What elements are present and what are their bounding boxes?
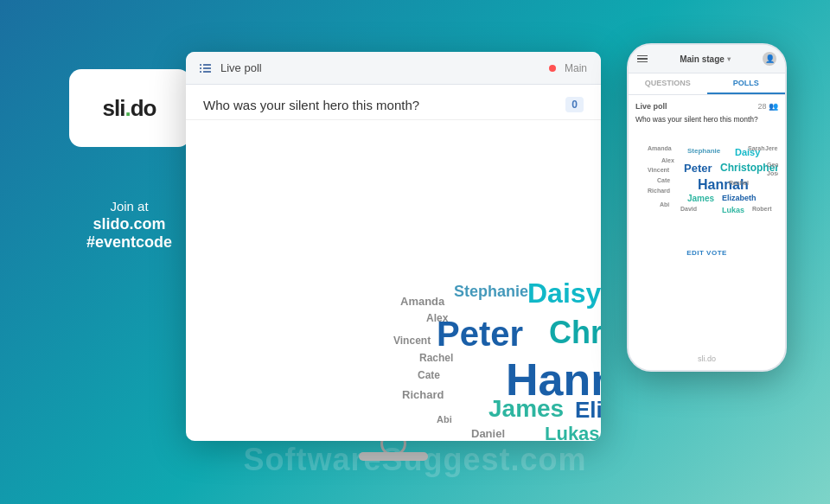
phone-word-james: James	[687, 194, 714, 203]
join-code: #eventcode	[86, 233, 172, 252]
list-icon	[200, 62, 212, 74]
stage-label-text: Main stage	[680, 54, 725, 64]
word-stephanie: Stephanie	[454, 283, 528, 301]
phone-word-robert: Robert	[752, 206, 772, 212]
svg-rect-4	[200, 71, 201, 73]
phone-word-sarah: Sarah	[748, 145, 764, 151]
people-icon: 👥	[769, 102, 778, 111]
phone-word-peter: Peter	[684, 162, 712, 175]
word-vincent: Vincent	[393, 335, 431, 347]
screen-header: Live poll Main	[186, 52, 601, 85]
svg-rect-2	[200, 67, 201, 69]
phone-footer: sli.do	[629, 354, 785, 363]
phone-mockup: Main stage ▾ 👤 QUESTIONS POLLS Live poll…	[627, 43, 787, 372]
phone-word-amanda: Amanda	[648, 145, 672, 151]
word-elizabeth: Elizabeth	[575, 397, 601, 424]
word-james: James	[488, 395, 564, 423]
phone-livepoll-row: Live poll 28 👥	[635, 102, 778, 111]
word-christopher: Christopher	[549, 315, 601, 351]
svg-rect-5	[203, 71, 211, 73]
phone-word-jeremy: Jeremy	[765, 145, 778, 151]
phone-livepoll-label: Live poll	[635, 102, 667, 111]
word-cloud: HannahPeterChristopherDaisyStephanieAman…	[186, 120, 601, 440]
word-cate: Cate	[418, 369, 440, 381]
phone-tabs: QUESTIONS POLLS	[629, 73, 785, 95]
question-bar: Who was your silent hero this month? 0	[186, 85, 601, 120]
phone-word-george: George	[767, 162, 778, 168]
phone-word-elizabeth: Elizabeth	[722, 194, 757, 202]
tab-questions[interactable]: QUESTIONS	[629, 73, 707, 94]
user-icon: 👤	[763, 52, 776, 66]
phone-word-cloud: HannahChristopherPeterDaisyStephanieAman…	[635, 130, 778, 242]
phone-word-alex: Alex	[661, 157, 674, 163]
word-rachel: Rachel	[419, 352, 453, 364]
join-url: slido.com	[86, 215, 172, 233]
stand-base	[359, 452, 428, 461]
phone-vote-count: 28 👥	[757, 102, 778, 111]
phone-question: Who was your silent hero this month?	[635, 115, 778, 124]
phone-word-david: David	[680, 206, 697, 212]
phone-word-cate: Cate	[657, 177, 670, 183]
phone-word-rachel: Rachel	[729, 180, 749, 186]
phone-word-richard: Richard	[648, 188, 670, 194]
logo-box: sli.do	[69, 69, 190, 147]
livepoll-label: Live poll	[220, 61, 262, 74]
word-alex: Alex	[426, 312, 448, 324]
phone-stage: Main stage ▾	[680, 54, 731, 64]
word-amanda: Amanda	[400, 295, 444, 308]
word-daniel: Daniel	[471, 427, 505, 440]
left-panel: sli.do Join at slido.com #eventcode	[54, 69, 205, 252]
join-label: Join at	[86, 199, 172, 214]
tab-polls[interactable]: POLLS	[707, 73, 786, 94]
vote-count: 0	[565, 97, 584, 112]
phone-word-stephanie: Stephanie	[687, 147, 720, 155]
word-abi: Abi	[437, 414, 452, 424]
phone-word-lukas: Lukas	[722, 206, 744, 214]
live-dot	[549, 65, 556, 72]
main-screen: Live poll Main Who was your silent hero …	[186, 52, 601, 441]
word-lukas: Lukas	[545, 423, 600, 440]
logo: sli.do	[103, 95, 156, 122]
phone-top-bar: Main stage ▾ 👤	[629, 45, 785, 73]
svg-rect-0	[200, 64, 201, 66]
svg-rect-1	[203, 64, 211, 66]
phone-word-vincent: Vincent	[648, 167, 669, 173]
edit-vote-button[interactable]: EDIT VOTE	[635, 249, 778, 257]
logo-do: do	[131, 95, 156, 121]
join-info: Join at slido.com #eventcode	[86, 199, 172, 252]
phone-word-abi: Abi	[660, 201, 669, 207]
word-richard: Richard	[402, 388, 444, 401]
phone-vote-number: 28	[757, 102, 766, 111]
word-peter: Peter	[437, 315, 523, 354]
svg-rect-3	[203, 67, 211, 69]
main-label: Main	[565, 62, 587, 74]
question-text: Who was your silent hero this month?	[203, 98, 419, 112]
hamburger-icon[interactable]	[637, 55, 648, 63]
phone-word-joseph: Joseph	[767, 170, 778, 176]
phone-content: Live poll 28 👥 Who was your silent hero …	[629, 95, 785, 264]
word-daisy: Daisy	[527, 278, 601, 309]
logo-sli: sli	[103, 95, 125, 121]
chevron-down-icon: ▾	[727, 55, 731, 63]
